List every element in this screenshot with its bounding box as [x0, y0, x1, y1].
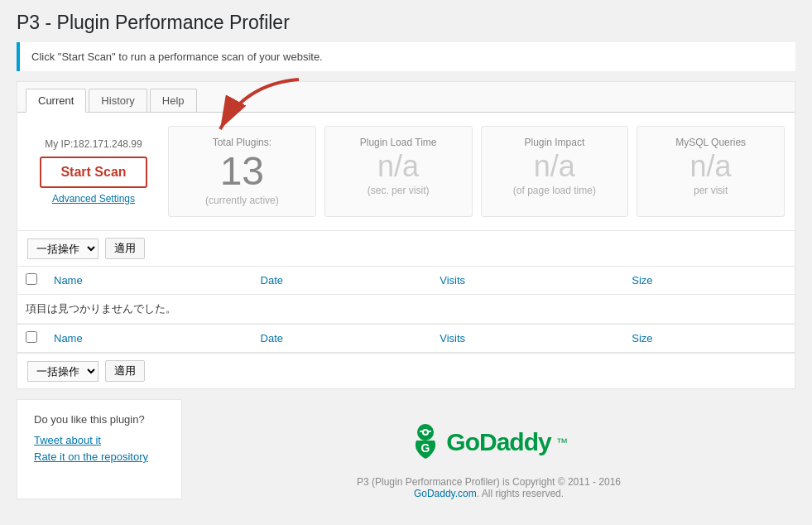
main-content: Current History Help My IP:182.171.248.9… — [17, 81, 795, 389]
total-plugins-stat: Total Plugins: 13 (currently active) — [168, 126, 316, 217]
bulk-actions-top: 一括操作 適用 — [17, 230, 795, 266]
bulk-actions-bottom: 一括操作 適用 — [17, 353, 795, 388]
col-checkbox-bottom[interactable] — [17, 325, 46, 353]
col-date-top[interactable]: Date — [252, 267, 432, 295]
data-table-bottom: Name Date Visits Size — [17, 324, 795, 353]
mysql-queries-value: n/a — [646, 152, 776, 181]
col-size-top[interactable]: Size — [623, 267, 795, 295]
data-table-top: Name Date Visits Size 項目は見つかりませんでした。 — [17, 266, 795, 324]
notice-text: Click "Start Scan" to run a performance … — [31, 51, 323, 63]
plugin-impact-stat: Plugin Impact n/a (of page load time) — [481, 126, 629, 217]
col-date-bottom[interactable]: Date — [252, 325, 432, 353]
tab-history[interactable]: History — [89, 89, 147, 112]
footer-center: G GoDaddy™ P3 (Plugin Performance Profil… — [182, 399, 795, 499]
page-title: P3 - Plugin Performance Profiler — [0, 0, 812, 42]
col-name-bottom[interactable]: Name — [46, 325, 252, 353]
rights-text: . All rights reserved. — [477, 488, 564, 499]
svg-point-4 — [424, 431, 427, 434]
scan-panel: My IP:182.171.248.99 Start Scan Advanced… — [27, 126, 160, 217]
tweet-link[interactable]: Tweet about it — [34, 434, 165, 446]
table-header-row-bottom: Name Date Visits Size — [17, 325, 795, 353]
footer-area: Do you like this plugin? Tweet about it … — [17, 399, 795, 499]
copyright-text: P3 (Plugin Performance Profiler) is Copy… — [357, 476, 621, 488]
godaddy-logo: G GoDaddy™ — [410, 424, 567, 460]
plugin-load-time-stat: Plugin Load Time n/a (sec. per visit) — [324, 126, 473, 217]
notice-bar: Click "Start Scan" to run a performance … — [17, 42, 795, 71]
plugin-impact-value: n/a — [490, 152, 620, 181]
plugin-impact-label: Plugin Impact — [490, 137, 620, 148]
mysql-queries-sub: per visit — [646, 185, 776, 196]
bulk-action-select-top[interactable]: 一括操作 — [27, 238, 98, 259]
like-box: Do you like this plugin? Tweet about it … — [17, 399, 182, 499]
total-plugins-label: Total Plugins: — [177, 137, 307, 148]
rate-link[interactable]: Rate it on the repository — [34, 450, 165, 463]
empty-message: 項目は見つかりませんでした。 — [17, 295, 795, 324]
select-all-checkbox-top[interactable] — [26, 273, 37, 285]
my-ip-label: My IP: — [45, 138, 73, 150]
my-ip-display: My IP:182.171.248.99 — [45, 138, 142, 150]
mysql-queries-stat: MySQL Queries n/a per visit — [637, 126, 785, 217]
plugin-load-time-value: n/a — [334, 152, 464, 181]
total-plugins-value: 13 — [177, 152, 307, 191]
mysql-queries-label: MySQL Queries — [646, 137, 776, 148]
col-visits-bottom[interactable]: Visits — [431, 325, 623, 353]
table-header-row-top: Name Date Visits Size — [17, 267, 795, 295]
tabs-bar: Current History Help — [17, 82, 795, 113]
col-name-top[interactable]: Name — [46, 267, 252, 295]
col-checkbox-top[interactable] — [17, 267, 46, 295]
advanced-settings-link[interactable]: Advanced Settings — [52, 193, 135, 205]
godaddy-text: GoDaddy — [446, 428, 550, 456]
like-title: Do you like this plugin? — [34, 413, 165, 426]
godaddy-icon: G — [410, 424, 441, 460]
col-visits-top[interactable]: Visits — [431, 267, 623, 295]
apply-button-top[interactable]: 適用 — [105, 238, 145, 259]
start-scan-button[interactable]: Start Scan — [40, 157, 147, 188]
tab-current[interactable]: Current — [26, 89, 86, 113]
svg-text:G: G — [421, 441, 430, 455]
apply-button-bottom[interactable]: 適用 — [105, 360, 145, 382]
godaddy-link[interactable]: GoDaddy.com — [414, 488, 477, 499]
footer-copyright: P3 (Plugin Performance Profiler) is Copy… — [199, 476, 779, 499]
plugin-load-time-label: Plugin Load Time — [334, 137, 464, 148]
select-all-checkbox-bottom[interactable] — [26, 331, 37, 343]
bulk-action-select-bottom[interactable]: 一括操作 — [27, 361, 98, 382]
total-plugins-sub: (currently active) — [177, 195, 307, 206]
tab-help[interactable]: Help — [150, 89, 197, 112]
stats-row: My IP:182.171.248.99 Start Scan Advanced… — [17, 113, 795, 230]
godaddy-trademark: ™ — [556, 436, 568, 449]
plugin-load-time-sub: (sec. per visit) — [334, 185, 464, 196]
my-ip-value: 182.171.248.99 — [73, 138, 142, 150]
empty-message-row: 項目は見つかりませんでした。 — [17, 295, 795, 324]
col-size-bottom[interactable]: Size — [623, 325, 795, 353]
plugin-impact-sub: (of page load time) — [490, 185, 620, 196]
